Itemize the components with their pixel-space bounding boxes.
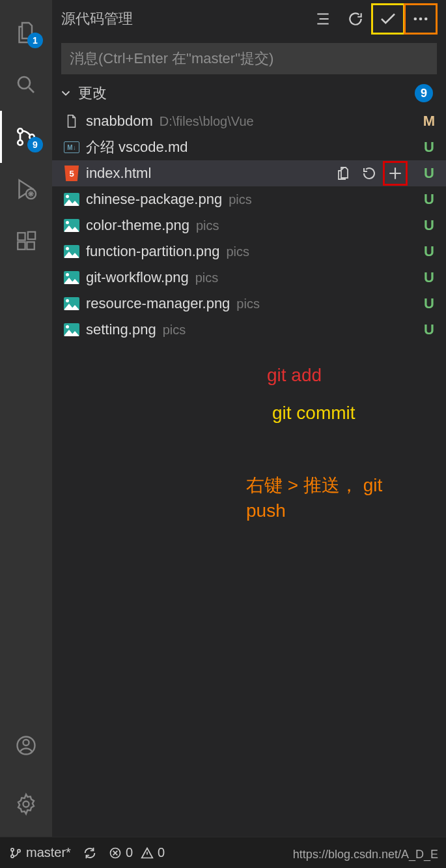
file-row[interactable]: chinese-package.pngpicsU	[52, 186, 446, 212]
scm-panel: 源代码管理 消息(Ctrl+Enter 在"master"提交) 更改	[52, 0, 446, 837]
img-file-icon	[64, 192, 79, 207]
file-path: pics	[226, 244, 249, 259]
file-name: resource-manager.png	[86, 295, 230, 312]
svg-point-2	[18, 140, 23, 145]
file-row[interactable]: snabbdomD:\files\blog\VueM	[52, 108, 446, 134]
file-status: M	[421, 113, 437, 130]
file-path: pics	[196, 218, 219, 233]
ellipsis-icon	[411, 10, 430, 28]
svg-point-15	[11, 848, 14, 850]
file-row[interactable]: M↓介绍 vscode.mdU	[52, 134, 446, 160]
branch-name: master*	[26, 845, 71, 860]
commit-button[interactable]	[372, 4, 404, 34]
file-status: U	[421, 139, 437, 156]
warning-count: 0	[158, 845, 165, 860]
svg-point-1	[18, 128, 23, 134]
scm-header: 源代码管理	[52, 0, 446, 38]
file-path: pics	[163, 323, 186, 338]
branch-icon	[9, 846, 22, 860]
annotation-git-commit: git commit	[272, 403, 355, 424]
file-file-icon	[64, 113, 79, 129]
file-name: function-partition.png	[86, 243, 219, 260]
activity-settings[interactable]	[0, 778, 52, 830]
svg-rect-7	[27, 242, 34, 249]
html-file-icon: 5	[64, 166, 79, 181]
more-actions-button[interactable]	[404, 4, 437, 34]
svg-rect-5	[18, 233, 25, 240]
svg-point-11	[23, 802, 29, 807]
activity-explorer[interactable]: 1	[0, 7, 52, 59]
activity-scm[interactable]: 9	[0, 111, 52, 163]
error-icon	[109, 846, 122, 860]
extensions-icon	[15, 230, 37, 252]
scm-badge: 9	[27, 137, 43, 152]
annotation-git-add: git add	[267, 365, 322, 386]
file-name: snabbdom	[86, 113, 153, 130]
file-row[interactable]: color-theme.pngpicsU	[52, 212, 446, 239]
view-tree-button[interactable]	[307, 4, 339, 34]
plus-icon	[387, 165, 404, 182]
activity-bar: 1 9	[0, 0, 52, 837]
img-file-icon	[64, 322, 79, 338]
activity-search[interactable]	[0, 59, 52, 111]
file-name: chinese-package.png	[86, 191, 222, 208]
file-status: U	[421, 321, 437, 338]
file-status: U	[421, 295, 437, 312]
svg-point-12	[414, 18, 417, 21]
check-icon	[378, 9, 398, 29]
activity-accounts[interactable]	[0, 719, 52, 772]
scm-title: 源代码管理	[61, 9, 303, 29]
file-row[interactable]: resource-manager.pngpicsU	[52, 291, 446, 317]
file-status: U	[421, 165, 437, 182]
file-name: setting.png	[86, 321, 156, 338]
chevron-down-icon	[59, 86, 73, 100]
goto-file-icon	[335, 166, 351, 181]
changes-section-header[interactable]: 更改 9	[52, 78, 446, 108]
refresh-icon	[347, 10, 364, 27]
file-path: pics	[229, 192, 252, 207]
file-row[interactable]: 5index.htmlU	[52, 160, 446, 186]
refresh-button[interactable]	[339, 4, 372, 34]
discard-icon	[361, 166, 377, 181]
activity-extensions[interactable]	[0, 215, 52, 267]
changes-count-badge: 9	[415, 84, 433, 102]
file-status: U	[421, 191, 437, 208]
file-status: U	[421, 269, 437, 286]
img-file-icon	[64, 296, 79, 311]
error-count: 0	[126, 845, 133, 860]
file-name: git-workflow.png	[86, 269, 189, 286]
scm-toolbar	[307, 4, 437, 34]
commit-message-input[interactable]: 消息(Ctrl+Enter 在"master"提交)	[61, 43, 437, 74]
file-row[interactable]: function-partition.pngpicsU	[52, 239, 446, 265]
img-file-icon	[64, 270, 79, 285]
svg-rect-6	[18, 242, 25, 249]
md-file-icon: M↓	[64, 139, 79, 155]
svg-point-0	[18, 77, 30, 89]
file-path: D:\files\blog\Vue	[160, 114, 254, 129]
img-file-icon	[64, 244, 79, 259]
file-name: color-theme.png	[86, 217, 189, 234]
open-file-button[interactable]	[331, 162, 355, 185]
warning-icon	[141, 846, 154, 860]
svg-point-10	[23, 740, 29, 745]
status-problems[interactable]: 0 0	[109, 845, 165, 860]
svg-rect-8	[28, 232, 35, 239]
tree-icon	[314, 10, 331, 27]
file-row[interactable]: git-workflow.pngpicsU	[52, 265, 446, 291]
file-status: U	[421, 217, 437, 234]
debug-icon	[14, 177, 38, 201]
file-path: pics	[236, 297, 260, 311]
activity-debug[interactable]	[0, 163, 52, 215]
stage-changes-button[interactable]	[383, 162, 407, 185]
status-branch[interactable]: master*	[9, 845, 71, 860]
svg-point-14	[425, 18, 428, 21]
status-sync[interactable]	[83, 846, 97, 860]
gear-icon	[14, 792, 38, 816]
img-file-icon	[64, 218, 79, 233]
file-path: pics	[195, 270, 219, 285]
file-row[interactable]: setting.pngpicsU	[52, 317, 446, 343]
account-icon	[14, 734, 38, 757]
sync-icon	[83, 846, 97, 860]
svg-point-17	[18, 849, 20, 852]
discard-changes-button[interactable]	[357, 162, 381, 185]
